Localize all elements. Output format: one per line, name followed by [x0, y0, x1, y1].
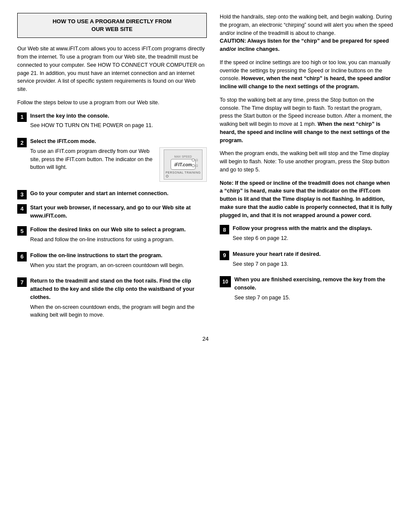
ifit-dots: □ □ [192, 159, 198, 167]
step-2-content: Select the iFIT.com mode. To use an iFIT… [30, 137, 207, 185]
step-3-content: Go to your computer and start an interne… [30, 190, 207, 199]
step-4-content: Start your web browser, if necessary, an… [30, 204, 207, 222]
page-number: 24 [17, 336, 394, 342]
step-7-sub: When the on-screen countdown ends, the p… [30, 303, 207, 320]
ifit-dot-1: □ [192, 159, 198, 162]
step-1-content: Insert the key into the console. See HOW… [30, 112, 207, 134]
step-5-row: 5 Follow the desired links on our Web si… [17, 226, 207, 247]
step-1-sub: See HOW TO TURN ON THE POWER on page 11. [30, 121, 207, 130]
intro-para-1: Our Web site at www.iFIT.com allows you … [17, 45, 207, 93]
step-6-content: Follow the on-line instructions to start… [30, 252, 207, 273]
step-9-content: Measure your heart rate if desired. See … [233, 250, 394, 272]
step-8-title: Follow your progress with the matrix and… [233, 224, 394, 233]
right-para-1-text: Hold the handrails, step onto the walkin… [220, 14, 393, 36]
step-2-with-image: To use an iFIT.com program directly from… [30, 147, 207, 182]
step-10-sub: See step 7 on page 15. [234, 294, 394, 302]
header-title: HOW TO USE A PROGRAM DIRECTLY FROM OUR W… [24, 18, 200, 33]
page: HOW TO USE A PROGRAM DIRECTLY FROM OUR W… [0, 0, 411, 532]
header-box: HOW TO USE A PROGRAM DIRECTLY FROM OUR W… [17, 13, 207, 38]
step-8-content: Follow your progress with the matrix and… [233, 224, 394, 246]
step-2-text: To use an iFIT.com program directly from… [30, 147, 155, 182]
step-6-num: 6 [17, 252, 27, 261]
step-3-row: 3 Go to your computer and start an inter… [17, 190, 207, 199]
right-para-2-bold: However, when the next “chirp” is heard,… [220, 75, 391, 90]
step-10-title: When you are finished exercising, remove… [234, 276, 394, 292]
step-1-row: 1 Insert the key into the console. See H… [17, 112, 207, 134]
step-5-content: Follow the desired links on our Web site… [30, 226, 207, 247]
right-para-1-bold: CAUTION: Always listen for the “chirp” a… [220, 38, 389, 52]
ifit-logo-text: iFIT.com [174, 162, 192, 167]
step-6-title: Follow the on-line instructions to start… [30, 252, 207, 260]
step-2-num: 2 [17, 138, 27, 147]
dot-label-1: □ [196, 159, 198, 162]
step-4-title: Start your web browser, if necessary, an… [30, 204, 207, 220]
step-5-num: 5 [17, 226, 27, 236]
step-1-num: 1 [17, 112, 27, 122]
step-9-title: Measure your heart rate if desired. [233, 250, 394, 258]
step-10-row: 10 When you are finished exercising, rem… [220, 276, 394, 305]
right-column: Hold the handrails, step onto the walkin… [220, 13, 394, 327]
step-6-row: 6 Follow the on-line instructions to sta… [17, 252, 207, 273]
step-5-sub: Read and follow the on-line instructions… [30, 236, 207, 244]
step-4-num: 4 [17, 204, 27, 214]
ifit-sub-text: PERSONAL TRAINING [165, 171, 201, 174]
step-9-row: 9 Measure your heart rate if desired. Se… [220, 250, 394, 272]
step-5-title: Follow the desired links on our Web site… [30, 226, 207, 234]
ifit-dot-2: □ [192, 164, 198, 167]
step-8-row: 8 Follow your progress with the matrix a… [220, 224, 394, 246]
dot-circle-1 [192, 159, 195, 162]
step-7-row: 7 Return to the treadmill and stand on t… [17, 277, 207, 323]
right-para-1: Hold the handrails, step onto the walkin… [220, 13, 394, 53]
step-9-num: 9 [220, 251, 229, 260]
step-4-row: 4 Start your web browser, if necessary, … [17, 204, 207, 222]
right-para-3: To stop the walking belt at any time, pr… [220, 96, 394, 145]
step-2-row: 2 Select the iFIT.com mode. To use an iF… [17, 137, 207, 185]
intro-para-2: Follow the steps below to use a program … [17, 99, 207, 107]
step-7-num: 7 [17, 277, 27, 287]
dot-label-2: □ [196, 164, 198, 167]
step-9-sub: See step 7 on page 13. [233, 260, 394, 268]
step-3-num: 3 [17, 190, 27, 199]
right-note-bold: Note: If the speed or incline of the tre… [220, 179, 394, 220]
step-8-sub: See step 6 on page 12. [233, 234, 394, 243]
step-8-num: 8 [220, 225, 229, 234]
dot-circle-2 [192, 164, 195, 167]
step-6-sub: When you start the program, an on-screen… [30, 261, 207, 270]
step-2-title: Select the iFIT.com mode. [30, 137, 207, 146]
step-10-num: 10 [220, 276, 231, 287]
ifit-button-indicator [166, 175, 168, 177]
left-column: HOW TO USE A PROGRAM DIRECTLY FROM OUR W… [17, 13, 207, 327]
step-10-content: When you are finished exercising, remove… [234, 276, 394, 305]
step-7-content: Return to the treadmill and stand on the… [30, 277, 207, 323]
right-para-4: When the program ends, the walking belt … [220, 149, 394, 174]
step-3-title: Go to your computer and start an interne… [30, 190, 207, 198]
step-1-title: Insert the key into the console. [30, 112, 207, 120]
right-para-2: If the speed or incline settings are too… [220, 59, 394, 91]
step-7-title: Return to the treadmill and stand on the… [30, 277, 207, 301]
ifit-console-image: MAX SPEED iFIT.com PERSONAL TRAINING □ [159, 147, 207, 182]
